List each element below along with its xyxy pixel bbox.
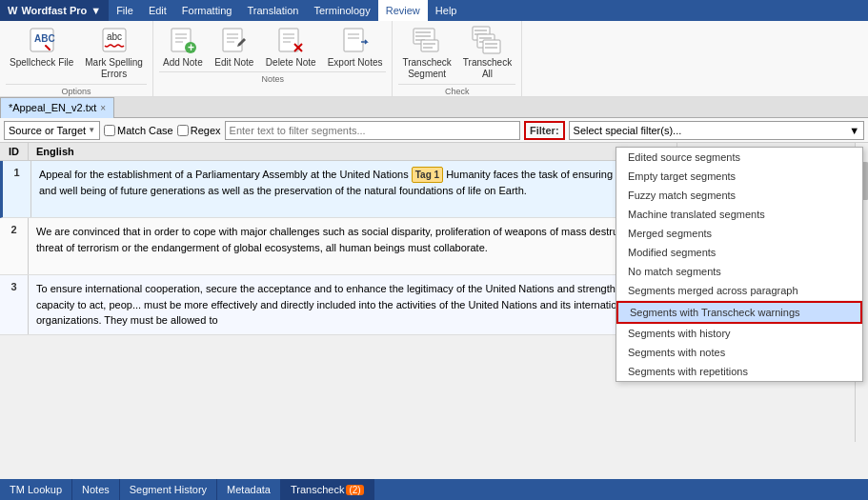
cell-english-3[interactable]: To ensure international cooperation, sec… [29, 275, 677, 334]
tab-name: *Appeal_EN_v2.txt [9, 102, 96, 113]
edit-note-button[interactable]: Edit Note [211, 23, 258, 70]
filter-item-merged[interactable]: Merged segments [616, 224, 862, 243]
options-section: ABC Spellcheck File abc Mark SpellingErr… [0, 21, 153, 96]
filter-item-edited-source[interactable]: Edited source segments [616, 148, 862, 167]
add-note-label: Add Note [163, 57, 203, 68]
add-note-icon: + [168, 25, 198, 55]
notes-section-label: Notes [159, 71, 387, 84]
filter-item-no-match[interactable]: No match segments [616, 262, 862, 281]
menu-help[interactable]: Help [428, 0, 465, 21]
filter-item-transcheck-warnings[interactable]: Segments with Transcheck warnings [616, 301, 862, 324]
filter-item-repetitions[interactable]: Segments with repetitions [616, 362, 862, 381]
svg-text:+: + [188, 41, 194, 54]
svg-text:abc: abc [107, 31, 122, 42]
tab-close-button[interactable]: × [100, 103, 106, 113]
svg-rect-14 [279, 29, 298, 51]
transcheck-all-button[interactable]: TranscheckAll [459, 23, 515, 82]
check-buttons: TranscheckSegment Tra [398, 23, 515, 82]
source-target-label: Source or Target [9, 125, 86, 136]
options-buttons: ABC Spellcheck File abc Mark SpellingErr… [6, 23, 147, 82]
cell-id-1: 1 [3, 161, 31, 217]
filter-item-merged-across[interactable]: Segments merged across paragraph [616, 281, 862, 301]
special-filter-placeholder: Select special filter(s)... [574, 125, 682, 136]
delete-note-icon [275, 25, 306, 55]
cell-id-2: 2 [0, 218, 29, 274]
transcheck-segment-icon [412, 25, 442, 55]
cell-id-3: 3 [0, 275, 29, 334]
filter-item-modified[interactable]: Modified segments [616, 243, 862, 262]
filter-item-history[interactable]: Segments with history [616, 324, 862, 343]
tag-1: Tag 1 [412, 167, 443, 183]
filter-text-input[interactable] [225, 121, 520, 140]
svg-rect-27 [421, 40, 438, 51]
add-note-button[interactable]: + Add Note [159, 23, 207, 70]
filter-item-empty-target[interactable]: Empty target segments [616, 167, 862, 186]
export-notes-button[interactable]: Export Notes [324, 23, 387, 70]
edit-note-icon [219, 25, 250, 55]
regex-checkbox-label[interactable]: Regex [177, 125, 221, 136]
special-filter-menu: Edited source segments Empty target segm… [616, 147, 863, 382]
bottom-tab-segment-history[interactable]: Segment History [120, 479, 217, 500]
svg-text:ABC: ABC [34, 33, 55, 44]
transcheck-all-icon [472, 25, 502, 55]
bottom-tab-notes[interactable]: Notes [72, 479, 120, 500]
spellcheck-file-icon: ABC [27, 25, 57, 55]
bottom-tab-bar: TM Lookup Notes Segment History Metadata… [0, 479, 868, 500]
regex-checkbox[interactable] [177, 125, 189, 136]
match-case-checkbox-label[interactable]: Match Case [104, 125, 173, 136]
bottom-tab-tm-lookup[interactable]: TM Lookup [0, 479, 72, 500]
menu-bar: W Wordfast Pro ▼ File Edit Formatting Tr… [0, 0, 868, 21]
cell-english-1[interactable]: Appeal for the establishment of a Parlia… [31, 161, 677, 217]
special-filter-dropdown[interactable]: Select special filter(s)... ▼ Edited sou… [569, 121, 864, 140]
filter-bar: Source or Target ▼ Match Case Regex Filt… [0, 118, 868, 143]
transcheck-all-label: TranscheckAll [463, 57, 512, 80]
bottom-tab-metadata[interactable]: Metadata [217, 479, 281, 500]
filter-label: Filter: [524, 121, 565, 140]
mark-spelling-label: Mark SpellingErrors [85, 57, 143, 80]
svg-rect-36 [483, 40, 500, 53]
match-case-label: Match Case [117, 125, 173, 136]
menu-edit[interactable]: Edit [141, 0, 174, 21]
mark-spelling-button[interactable]: abc Mark SpellingErrors [81, 23, 147, 82]
match-case-checkbox[interactable] [104, 125, 115, 136]
app-title: Wordfast Pro [21, 5, 87, 16]
col-id-header: ID [0, 143, 29, 160]
bottom-tab-transcheck[interactable]: Transcheck (2) [281, 479, 374, 500]
check-section: TranscheckSegment Tra [393, 21, 522, 96]
export-notes-label: Export Notes [328, 57, 383, 68]
check-section-label: Check [398, 84, 515, 96]
notes-section: + Add Note Edit Note [153, 21, 394, 96]
source-target-dropdown[interactable]: Source or Target ▼ [4, 121, 100, 140]
menu-file[interactable]: File [109, 0, 141, 21]
source-target-arrow: ▼ [88, 126, 95, 134]
filter-item-machine-translated[interactable]: Machine translated segments [616, 205, 862, 224]
svg-rect-10 [223, 29, 242, 51]
delete-note-label: Delete Note [266, 57, 316, 68]
delete-note-button[interactable]: Delete Note [262, 23, 320, 70]
menu-formatting[interactable]: Formatting [174, 0, 240, 21]
menu-review[interactable]: Review [378, 0, 428, 21]
cell-english-2[interactable]: We are convinced that in order to cope w… [29, 218, 677, 274]
spellcheck-file-label: Spellcheck File [10, 57, 73, 68]
filter-item-notes[interactable]: Segments with notes [616, 343, 862, 362]
app-icon: W [8, 5, 17, 16]
notes-buttons: + Add Note Edit Note [159, 23, 387, 70]
app-name[interactable]: W Wordfast Pro ▼ [0, 0, 109, 21]
edit-note-label: Edit Note [214, 57, 253, 68]
mark-spelling-icon: abc [99, 25, 130, 55]
export-notes-icon [340, 25, 371, 55]
transcheck-badge: (2) [346, 485, 363, 495]
transcheck-segment-button[interactable]: TranscheckSegment [398, 23, 454, 82]
menu-translation[interactable]: Translation [239, 0, 306, 21]
tab-bar: *Appeal_EN_v2.txt × [0, 97, 868, 118]
regex-label: Regex [191, 125, 221, 136]
menu-terminology[interactable]: Terminology [306, 0, 377, 21]
col-english-header: English [29, 143, 677, 160]
toolbar: ABC Spellcheck File abc Mark SpellingErr… [0, 21, 868, 97]
options-label: Options [6, 84, 147, 96]
app-dropdown-icon: ▼ [91, 5, 101, 16]
filter-item-fuzzy-match[interactable]: Fuzzy match segments [616, 186, 862, 205]
document-tab[interactable]: *Appeal_EN_v2.txt × [0, 97, 114, 118]
spellcheck-file-button[interactable]: ABC Spellcheck File [6, 23, 77, 82]
svg-rect-20 [344, 29, 363, 51]
